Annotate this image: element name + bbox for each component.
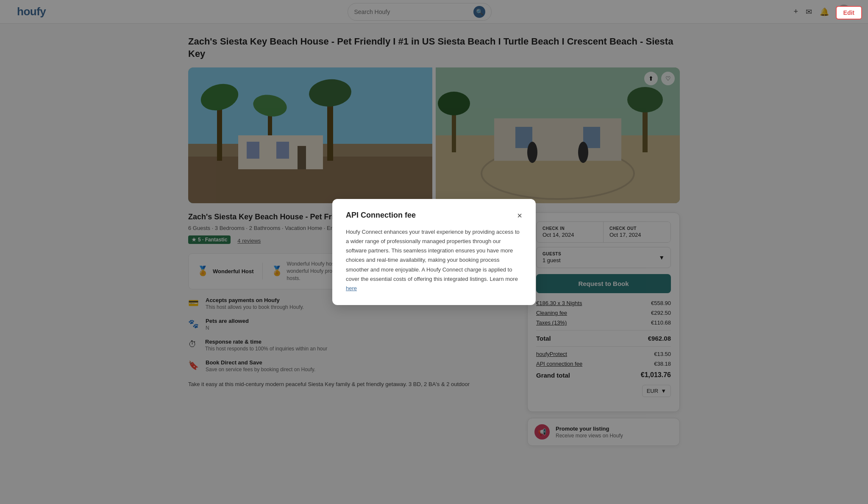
modal-close-button[interactable]: × [517, 211, 522, 220]
modal-body-text: Houfy Connect enhances your travel exper… [346, 229, 520, 282]
edit-button[interactable]: Edit [836, 6, 862, 20]
modal-title: API Connection fee [346, 211, 416, 220]
modal-header: API Connection fee × [346, 211, 522, 220]
modal-overlay[interactable]: API Connection fee × Houfy Connect enhan… [0, 0, 868, 471]
learn-more-link[interactable]: here [346, 285, 357, 291]
modal-box: API Connection fee × Houfy Connect enhan… [332, 199, 536, 305]
modal-body: Houfy Connect enhances your travel exper… [346, 227, 522, 293]
